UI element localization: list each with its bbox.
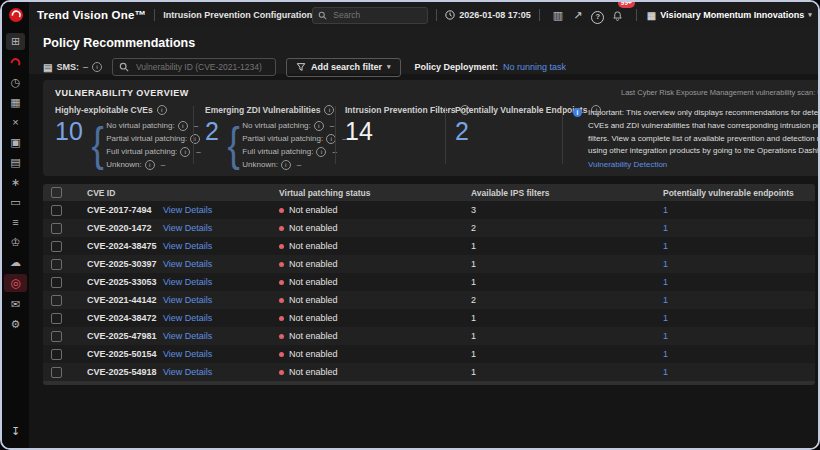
view-details-link[interactable]: View Details: [163, 313, 279, 323]
endpoint-count-link[interactable]: 1: [663, 223, 815, 233]
library-icon[interactable]: ▣: [6, 134, 25, 150]
view-details-link[interactable]: View Details: [163, 295, 279, 305]
horizontal-scrollbar[interactable]: [43, 381, 815, 385]
view-details-link[interactable]: View Details: [163, 349, 279, 359]
col-potentially-vulnerable-endpoints[interactable]: Potentially vulnerable endpoints: [663, 188, 815, 198]
col-virtual-patching-status[interactable]: Virtual patching status: [279, 188, 471, 198]
account-name: Visionary Momentum Innovations: [660, 10, 804, 20]
col-cve-id[interactable]: CVE ID: [87, 188, 163, 198]
status-dot: [279, 208, 284, 213]
ips-filter-count: 1: [471, 349, 663, 359]
row-checkbox[interactable]: [51, 349, 62, 360]
ips-filter-count: 1: [471, 331, 663, 341]
add-filter-label: Add search filter: [311, 62, 382, 72]
cve-id: CVE-2017-7494: [87, 205, 163, 215]
view-details-link[interactable]: View Details: [163, 367, 279, 377]
row-checkbox[interactable]: [51, 313, 62, 324]
endpoint-count-link[interactable]: 1: [663, 313, 815, 323]
trend-micro-logo[interactable]: [2, 2, 29, 28]
cloud-security-icon[interactable]: ☁: [6, 254, 25, 270]
row-checkbox[interactable]: [51, 205, 62, 216]
automation-icon[interactable]: ∗: [6, 174, 25, 190]
global-search[interactable]: [312, 7, 428, 24]
reports-icon[interactable]: ▤: [6, 154, 25, 170]
vulnerability-search-input[interactable]: [134, 61, 269, 73]
administration-gear-icon[interactable]: ⚙: [6, 316, 25, 332]
view-details-link[interactable]: View Details: [163, 205, 279, 215]
datetime[interactable]: 2026-01-08 17:05: [445, 10, 531, 20]
vulnerability-search[interactable]: [112, 58, 276, 76]
info-icon[interactable]: i: [145, 160, 155, 170]
ips-filter-count: 1: [471, 313, 663, 323]
breakdown-label: Unknown:: [242, 160, 278, 169]
info-icon[interactable]: i: [281, 160, 291, 170]
global-search-input[interactable]: [331, 9, 422, 21]
breakdown-value: –: [330, 121, 334, 130]
row-checkbox[interactable]: [51, 241, 62, 252]
cve-id: CVE-2024-38472: [87, 313, 163, 323]
page-title: Policy Recommendations: [29, 28, 818, 50]
select-all-checkbox[interactable]: [51, 187, 62, 198]
add-search-filter-button[interactable]: Add search filter ▾: [286, 58, 401, 77]
view-details-link[interactable]: View Details: [163, 277, 279, 287]
breakdown-label: Partial virtual patching:: [242, 134, 323, 143]
release-notes-icon[interactable]: ▥: [548, 2, 568, 28]
xdr-icon[interactable]: ×: [6, 114, 25, 130]
dashboard-icon[interactable]: ◷: [6, 74, 25, 90]
row-checkbox[interactable]: [51, 223, 62, 234]
table-row: CVE-2021-44142 View Details Not enabled …: [43, 291, 815, 309]
network-security-icon-active[interactable]: ◎: [4, 274, 27, 292]
identity-icon[interactable]: ▭: [6, 194, 25, 210]
endpoint-count-link[interactable]: 1: [663, 367, 815, 377]
attack-surface-icon[interactable]: ♔: [6, 234, 25, 250]
trend-home-icon[interactable]: [6, 54, 25, 70]
divider: [445, 106, 446, 164]
view-details-link[interactable]: View Details: [163, 223, 279, 233]
view-details-link[interactable]: View Details: [163, 259, 279, 269]
row-checkbox[interactable]: [51, 277, 62, 288]
row-checkbox[interactable]: [51, 295, 62, 306]
row-checkbox[interactable]: [51, 367, 62, 378]
breakdown-value: –: [161, 160, 165, 169]
help-icon[interactable]: ?: [588, 2, 608, 28]
view-details-link[interactable]: View Details: [163, 241, 279, 251]
notifications-bell[interactable]: 99+: [608, 2, 628, 28]
info-icon[interactable]: i: [314, 121, 324, 131]
info-icon[interactable]: i: [180, 147, 190, 157]
account-menu[interactable]: ▦ Visionary Momentum Innovations ▾: [647, 10, 812, 21]
divider: [335, 106, 336, 164]
endpoint-count-link[interactable]: 1: [663, 259, 815, 269]
endpoint-count-link[interactable]: 1: [663, 205, 815, 215]
info-icon[interactable]: i: [92, 62, 102, 72]
cve-id: CVE-2025-47981: [87, 331, 163, 341]
info-icon[interactable]: i: [324, 105, 334, 115]
status-text: Not enabled: [289, 349, 338, 359]
status-text: Not enabled: [289, 295, 338, 305]
endpoint-count-link[interactable]: 1: [663, 331, 815, 341]
vulnerability-detection-link[interactable]: Vulnerability Detection: [588, 159, 818, 172]
info-icon[interactable]: i: [157, 105, 167, 115]
col-available-ips-filters[interactable]: Available IPS filters: [471, 188, 663, 198]
view-details-link[interactable]: View Details: [163, 331, 279, 341]
info-icon[interactable]: i: [316, 147, 326, 157]
ai-companion-icon[interactable]: ▦: [6, 94, 25, 110]
download-icon[interactable]: ↧: [6, 423, 25, 439]
pinned-apps-icon[interactable]: ⊞: [6, 33, 25, 50]
info-icon[interactable]: i: [190, 134, 200, 144]
status-dot: [279, 262, 284, 267]
stat-potentially-vulnerable-endpoints: Potentially Vulnerable Endpointsi 2: [455, 105, 567, 146]
policy-deployment-link[interactable]: No running task: [503, 62, 566, 72]
endpoint-count-link[interactable]: 1: [663, 277, 815, 287]
endpoint-count-link[interactable]: 1: [663, 295, 815, 305]
email-security-icon[interactable]: ✉: [6, 296, 25, 312]
info-icon[interactable]: i: [178, 121, 188, 131]
row-checkbox[interactable]: [51, 331, 62, 342]
inventory-icon[interactable]: ≡: [6, 214, 25, 230]
row-checkbox[interactable]: [51, 259, 62, 270]
app-title: Intrusion Prevention Configuration: [163, 10, 312, 20]
launch-icon[interactable]: ↗: [568, 2, 588, 28]
cve-id: CVE-2024-38475: [87, 241, 163, 251]
endpoint-count-link[interactable]: 1: [663, 349, 815, 359]
stat-emerging-zdi: Emerging ZDI Vulnerabilitiesi 2 { No vir…: [205, 105, 339, 171]
endpoint-count-link[interactable]: 1: [663, 241, 815, 251]
